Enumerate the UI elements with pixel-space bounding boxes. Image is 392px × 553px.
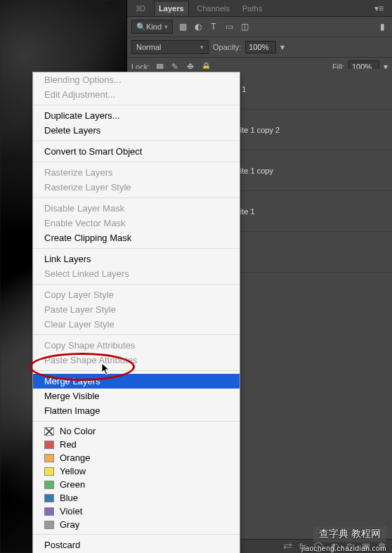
color-label: Gray: [60, 519, 79, 530]
menu-disable-layer-mask[interactable]: Disable Layer Mask: [33, 201, 240, 216]
layer-filter-row: 🔍 Kind ▾ ▦ ◐ T ▭ ◫ ▮: [127, 17, 392, 37]
filter-type-icon[interactable]: T: [208, 21, 219, 32]
violet-swatch-icon: [44, 507, 54, 516]
menu-edit-adjustment[interactable]: Edit Adjustment...: [33, 87, 240, 102]
color-label: Orange: [60, 453, 90, 463]
filter-adjust-icon[interactable]: ◐: [192, 21, 204, 32]
chevron-down-icon: ▾: [164, 23, 168, 30]
menu-clear-layer-style[interactable]: Clear Layer Style: [33, 317, 240, 332]
menu-separator: [33, 141, 240, 141]
menu-separator: [33, 162, 240, 162]
menu-rasterize-style[interactable]: Rasterize Layer Style: [33, 180, 240, 195]
color-label: Violet: [60, 506, 82, 516]
menu-separator: [33, 534, 240, 535]
menu-copy-shape-attr[interactable]: Copy Shape Attributes: [33, 338, 240, 353]
menu-blending-options[interactable]: Blending Options...: [33, 72, 240, 87]
opacity-label: Opacity:: [213, 43, 241, 51]
color-label: No Color: [60, 426, 96, 436]
tab-paths[interactable]: Paths: [238, 1, 266, 15]
tab-layers[interactable]: Layers: [154, 1, 188, 15]
tab-3d[interactable]: 3D: [131, 1, 150, 15]
green-swatch-icon: [44, 481, 54, 489]
red-swatch-icon: [44, 441, 54, 449]
menu-color-violet[interactable]: Violet: [33, 505, 240, 518]
menu-create-clipping-mask[interactable]: Create Clipping Mask: [33, 230, 240, 245]
menu-separator: [33, 197, 240, 198]
watermark: 查字典 教程网 jiaocheng.chazidian.com: [301, 526, 386, 553]
menu-paste-shape-attr[interactable]: Paste Shape Attributes: [33, 353, 240, 367]
orange-swatch-icon: [44, 454, 54, 462]
panel-tab-strip: 3D Layers Channels Paths ▾≡: [127, 0, 392, 17]
layer-context-menu: Blending Options... Edit Adjustment... D…: [32, 72, 240, 553]
menu-merge-layers[interactable]: Merge Layers: [33, 374, 240, 389]
blue-swatch-icon: [44, 494, 54, 502]
menu-color-yellow[interactable]: Yellow: [33, 464, 240, 478]
filter-smart-icon[interactable]: ◫: [239, 21, 250, 32]
menu-separator: [33, 284, 240, 285]
menu-color-no-color[interactable]: No Color: [33, 424, 240, 438]
menu-flatten-image[interactable]: Flatten Image: [33, 403, 240, 418]
blend-mode-value: Normal: [136, 43, 161, 51]
menu-color-blue[interactable]: Blue: [33, 491, 240, 505]
menu-rasterize-layers[interactable]: Rasterize Layers: [33, 165, 240, 180]
blend-mode-row: Normal ▾ Opacity: 100% ▾: [127, 37, 392, 58]
menu-color-red[interactable]: Red: [33, 438, 240, 451]
menu-copy-layer-style[interactable]: Copy Layer Style: [33, 287, 240, 302]
menu-enable-vector-mask[interactable]: Enable Vector Mask: [33, 216, 240, 230]
chevron-down-icon: ▾: [200, 44, 204, 51]
menu-color-gray[interactable]: Gray: [33, 518, 240, 531]
menu-convert-smart-object[interactable]: Convert to Smart Object: [33, 144, 240, 159]
menu-color-orange[interactable]: Orange: [33, 451, 240, 464]
yellow-swatch-icon: [44, 467, 54, 476]
watermark-brand: 查字典 教程网: [313, 526, 386, 542]
menu-select-linked[interactable]: Select Linked Layers: [33, 266, 240, 281]
filter-image-icon[interactable]: ▦: [177, 21, 188, 32]
menu-duplicate-layers[interactable]: Duplicate Layers...: [33, 108, 240, 123]
gray-swatch-icon: [44, 521, 54, 529]
menu-delete-layers[interactable]: Delete Layers: [33, 123, 240, 138]
link-layers-icon[interactable]: ⮂: [283, 541, 292, 552]
filter-kind-label: Kind: [146, 22, 162, 31]
color-label: Green: [60, 479, 85, 490]
color-label: Red: [60, 439, 77, 450]
menu-link-layers[interactable]: Link Layers: [33, 252, 240, 266]
menu-postcard[interactable]: Postcard: [33, 538, 240, 552]
tab-channels[interactable]: Channels: [193, 1, 234, 15]
menu-separator: [33, 421, 240, 422]
menu-separator: [33, 370, 240, 371]
filter-shape-icon[interactable]: ▭: [223, 21, 235, 32]
panel-menu-icon[interactable]: ▾≡: [370, 2, 388, 15]
menu-color-green[interactable]: Green: [33, 478, 240, 491]
search-icon: 🔍: [136, 22, 146, 32]
filter-toggle-switch[interactable]: ▮: [377, 21, 388, 32]
color-label: Yellow: [60, 466, 86, 476]
no-color-swatch-icon: [44, 427, 54, 436]
menu-paste-layer-style[interactable]: Paste Layer Style: [33, 302, 240, 317]
filter-kind-dropdown[interactable]: 🔍 Kind ▾: [131, 20, 173, 34]
blend-mode-dropdown[interactable]: Normal ▾: [131, 40, 209, 54]
opacity-chevron-icon[interactable]: ▾: [280, 42, 285, 52]
watermark-url: jiaocheng.chazidian.com: [301, 545, 386, 552]
menu-separator: [33, 248, 240, 249]
menu-merge-visible[interactable]: Merge Visible: [33, 389, 240, 403]
color-label: Blue: [60, 493, 78, 503]
menu-separator: [33, 105, 240, 105]
menu-separator: [33, 334, 240, 335]
opacity-field[interactable]: 100%: [245, 41, 276, 53]
